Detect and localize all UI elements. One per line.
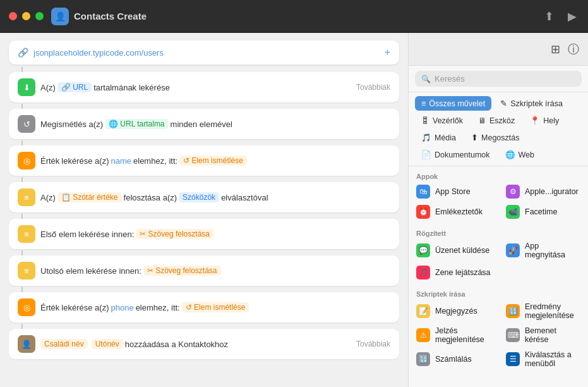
step-label: lekérése innen: [78,230,134,239]
step-label: tartalmának lekérése [93,83,170,92]
step-badge: 🌐 URL tartalma [105,119,169,129]
sidebar-item-1-2[interactable]: 🎵Zene lejátszása [409,262,498,283]
category-tab-controls[interactable]: 🎛Vezérlők [415,113,469,128]
step-label: Első elem [40,230,76,239]
workflow-step[interactable]: ◎Érték lekérése a(z) phone elemhez, itt:… [9,292,399,322]
sidebar-item-icon: ⌨ [506,328,520,342]
sidebar-item-2-1[interactable]: 🔢Eredmény megjelenítése [498,299,588,323]
sidebar-item-0-1[interactable]: ⚙Apple...igurator [498,181,588,202]
link-icon: 🔗 [18,47,28,58]
play-button[interactable]: ▶ [565,7,579,26]
sidebar-item-label: Megjegyzés [435,307,477,316]
step-icon: ≡ [18,225,35,243]
share-button[interactable]: ⬆ [542,7,556,26]
main-layout: 🔗 jsonplaceholder.typicode.com/users + ⬇… [0,33,588,387]
step-content: A(z) 🔗 URL tartalmának lekérése [40,82,351,92]
sidebar-item-2-0[interactable]: 📝Megjegyzés [409,299,498,323]
step-blue-text: phone [111,303,133,312]
step-badge: ↺ Elem ismétlése [182,302,249,312]
sidebar-item-icon: 🔢 [416,352,430,366]
sidebar-add-button[interactable]: ⊞ [551,42,560,56]
workflow-step[interactable]: 👤Családi név Utónév hozzáadása a Kontakt… [9,329,399,359]
tab-icon: 🎛 [421,116,429,125]
step-more-button[interactable]: Továbbiak [356,83,390,92]
step-content: Utolsó elem lekérése innen: ✂ Szöveg fel… [40,266,390,276]
category-tab-web[interactable]: 🌐Web [499,147,541,162]
titlebar-actions: ⬆ ▶ [542,7,579,26]
step-badge: Utónév [92,339,123,349]
section-items-grid: 🛍App Store⚙Apple...igurator⏰Emlékeztetők… [409,181,588,222]
sidebar-item-label: Számlálás [435,355,472,364]
tab-icon: 🎵 [421,133,431,142]
sidebar-item-label: Facetime [525,207,557,216]
workflow-step[interactable]: ◎Érték lekérése a(z) name elemhez, itt: … [9,145,399,176]
tab-icon: 📍 [530,116,540,125]
tab-label: Összes művelet [429,99,485,108]
sidebar-item-icon: ☰ [506,352,520,366]
workflow-step[interactable]: ↺Megismétlés a(z) 🌐 URL tartalma minden … [9,109,399,139]
search-input[interactable] [435,74,575,83]
tab-icon: ✎ [500,99,507,108]
category-tab-all[interactable]: ≡Összes művelet [415,96,491,111]
category-tab-sharing[interactable]: ⬆Megosztás [465,130,525,145]
category-tab-documents[interactable]: 📄Dokumentumok [415,147,496,162]
workflow-step[interactable]: ≡Utolsó elem lekérése innen: ✂ Szöveg fe… [9,255,399,286]
category-tab-tools[interactable]: 🖥Eszköz [472,113,521,128]
tab-icon: 🖥 [478,116,486,125]
sidebar-item-2-2[interactable]: ⚠Jelzés megjelenítése [409,323,498,347]
workflow-step[interactable]: ≡Első elem lekérése innen: ✂ Szöveg felo… [9,219,399,249]
sidebar-info-button[interactable]: ⓘ [568,42,579,57]
step-label: Érték [40,156,59,166]
sidebar-item-2-3[interactable]: ⌨Bemenet kérése [498,323,588,347]
step-label: elemhez, itt: [133,156,177,166]
sidebar-item-1-1[interactable]: 🚀App megnyitása [498,238,588,262]
sidebar-item-icon: 🛍 [416,185,430,199]
section-items-grid: 💬Üzenet küldése🚀App megnyitása🎵Zene lejá… [409,238,588,283]
step-connector [21,140,23,145]
step-content: A(z) 📋 Szótár értéke felosztása a(z) Szó… [40,192,390,202]
minimize-button[interactable] [22,12,30,20]
sidebar-content: Appok🛍App Store⚙Apple...igurator⏰Emlékez… [409,166,588,387]
step-connector [21,104,23,109]
step-label: A(z) [40,83,56,92]
workflow-step[interactable]: ≡A(z) 📋 Szótár értéke felosztása a(z) Sz… [9,182,399,212]
step-icon: ≡ [18,188,35,206]
sidebar-item-label: Bemenet kérése [525,326,580,344]
category-tab-media[interactable]: 🎵Média [415,130,462,145]
step-label: Utolsó elem [40,266,84,276]
step-icon: ⬇ [18,78,35,96]
close-button[interactable] [9,12,17,20]
sidebar-item-2-5[interactable]: ☰Kiválasztás a menüből [498,347,588,371]
category-tab-scripts[interactable]: ✎Szkriptek írása [494,96,569,111]
step-label: A(z) [40,193,56,202]
step-label: hozzáadása a Kontaktokhoz [125,340,228,349]
sidebar-item-label: Emlékeztetők [435,207,483,216]
add-url-button[interactable]: + [385,47,390,58]
sidebar-item-0-2[interactable]: ⏰Emlékeztetők [409,202,498,222]
tab-label: Média [435,133,456,142]
category-tabs: ≡Összes művelet✎Szkriptek írása🎛Vezérlők… [409,92,588,166]
section-label: Appok [409,170,588,181]
step-label: elválasztóval [221,193,268,202]
step-badge: ↺ Elem ismétlése [179,156,247,166]
sidebar-item-label: Üzenet küldése [435,246,489,255]
url-bar[interactable]: 🔗 jsonplaceholder.typicode.com/users + [9,40,399,64]
section-label: Rögzített [409,227,588,238]
sidebar: ⊞ ⓘ 🔍 ≡Összes művelet✎Szkriptek írása🎛Ve… [408,33,588,387]
tab-icon: 🌐 [505,150,515,159]
step-content: Érték lekérése a(z) phone elemhez, itt: … [40,302,390,312]
sidebar-item-1-0[interactable]: 💬Üzenet küldése [409,238,498,262]
zoom-button[interactable] [35,12,44,20]
sidebar-item-0-0[interactable]: 🛍App Store [409,181,498,202]
category-tab-location[interactable]: 📍Hely [524,113,565,128]
sidebar-item-2-4[interactable]: 🔢Számlálás [409,347,498,371]
workflow-step[interactable]: ⬇A(z) 🔗 URL tartalmának lekéréseTovábbia… [9,72,399,102]
sidebar-item-icon: 🔢 [506,304,520,318]
step-more-button[interactable]: Továbbiak [356,340,390,348]
sidebar-item-label: Kiválasztás a menüből [525,350,580,368]
sidebar-item-0-3[interactable]: 📹Facetime [498,202,588,222]
step-label: Érték [40,303,59,312]
sidebar-item-label: Eredmény megjelenítése [525,302,580,320]
sidebar-item-icon: 💬 [416,243,430,257]
tab-label: Szkriptek írása [510,99,563,108]
